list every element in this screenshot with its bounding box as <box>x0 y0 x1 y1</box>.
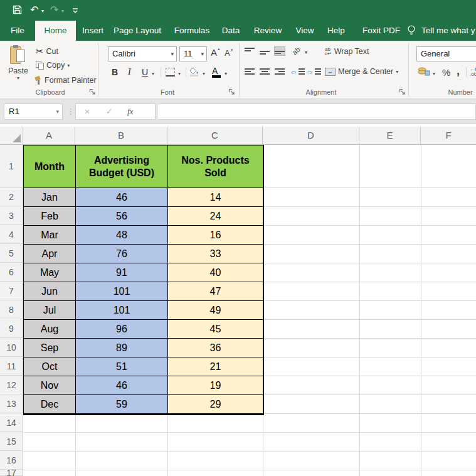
cell-C6[interactable]: 40 <box>168 263 263 282</box>
cell-B3[interactable]: 56 <box>76 207 168 226</box>
cell-C10[interactable]: 36 <box>168 339 263 357</box>
accounting-format-icon[interactable] <box>418 66 430 78</box>
cell-B2[interactable]: 46 <box>76 188 168 207</box>
cell-B9[interactable]: 96 <box>76 320 168 339</box>
cell-A11[interactable]: Oct <box>24 357 76 376</box>
cell-A3[interactable]: Feb <box>24 207 76 226</box>
cell-C4[interactable]: 16 <box>168 226 263 245</box>
tab-review[interactable]: Review <box>254 21 282 41</box>
insert-function-icon[interactable]: fx <box>127 104 133 119</box>
align-right-icon[interactable] <box>275 68 285 77</box>
cell-B13[interactable]: 59 <box>76 395 168 414</box>
row-header-9[interactable]: 9 <box>0 319 23 338</box>
row-header-17[interactable]: 17 <box>0 470 23 476</box>
cell-B8[interactable]: 101 <box>76 301 168 320</box>
accounting-format-dropdown-icon[interactable]: ▾ <box>433 71 435 77</box>
font-name-dropdown-icon[interactable]: ▾ <box>171 47 174 61</box>
column-header-C[interactable]: C <box>167 127 263 145</box>
tab-foxit-pdf[interactable]: Foxit PDF <box>362 21 400 41</box>
cell-B11[interactable]: 51 <box>76 357 168 376</box>
cell-A2[interactable]: Jan <box>24 188 76 207</box>
cell-B4[interactable]: 48 <box>76 226 168 245</box>
cancel-icon[interactable]: × <box>85 104 90 119</box>
row-header-14[interactable]: 14 <box>0 413 23 432</box>
row-header-5[interactable]: 5 <box>0 244 23 263</box>
customize-quick-access-toolbar-icon[interactable] <box>71 6 79 17</box>
select-all-button[interactable] <box>0 127 23 145</box>
orientation-icon[interactable]: ab <box>291 45 302 56</box>
alignment-dialog-launcher-icon[interactable] <box>399 88 406 95</box>
column-header-B[interactable]: B <box>75 127 167 145</box>
decrease-indent-icon[interactable]: ⇦ <box>291 68 305 77</box>
borders-icon[interactable] <box>166 68 175 77</box>
cell-B6[interactable]: 91 <box>76 263 168 282</box>
cell-A9[interactable]: Aug <box>24 320 76 339</box>
top-align-icon[interactable] <box>245 48 255 56</box>
bold-button[interactable]: B <box>112 67 118 77</box>
increase-font-size-button[interactable]: A▴ <box>211 47 222 58</box>
cell-A10[interactable]: Sep <box>24 339 76 357</box>
tab-insert[interactable]: Insert <box>82 21 103 41</box>
borders-dropdown-icon[interactable]: ▾ <box>178 71 181 77</box>
font-name-combobox[interactable]: Calibri ▾ <box>108 46 177 61</box>
font-size-dropdown-icon[interactable]: ▾ <box>201 47 204 61</box>
cell-A12[interactable]: Nov <box>24 376 76 395</box>
row-header-8[interactable]: 8 <box>0 300 23 319</box>
cell-C9[interactable]: 45 <box>168 320 263 339</box>
row-header-11[interactable]: 11 <box>0 357 23 376</box>
align-left-icon[interactable] <box>245 68 255 77</box>
enter-icon[interactable]: ✓ <box>106 104 113 119</box>
merge-center-dropdown-icon[interactable]: ▾ <box>396 69 398 75</box>
row-header-3[interactable]: 3 <box>0 206 23 225</box>
increase-decimal-icon[interactable]: ←0.00 <box>470 67 476 77</box>
name-box-dropdown-icon[interactable]: ▾ <box>56 104 59 119</box>
tab-help[interactable]: Help <box>327 21 345 41</box>
increase-indent-icon[interactable]: ⇨ <box>307 68 321 77</box>
tell-me-box[interactable]: Tell me what y <box>421 21 475 41</box>
row-header-16[interactable]: 16 <box>0 451 23 470</box>
undo-icon[interactable]: ↶ <box>30 4 38 16</box>
merge-center-button[interactable]: ↔ Merge & Center ▾ <box>325 67 398 76</box>
name-box[interactable]: R1 ▾ <box>4 103 63 120</box>
bottom-align-icon[interactable] <box>275 47 285 55</box>
cell-C7[interactable]: 47 <box>168 282 263 301</box>
percent-style-icon[interactable]: % <box>442 67 450 78</box>
middle-align-icon[interactable] <box>260 48 270 56</box>
copy-dropdown-icon[interactable]: ▾ <box>67 63 70 68</box>
cell-C3[interactable]: 24 <box>168 207 263 226</box>
tell-me-lightbulb-icon[interactable] <box>406 24 416 40</box>
cell-A8[interactable]: Jul <box>24 301 76 320</box>
row-header-4[interactable]: 4 <box>0 225 23 244</box>
number-format-combobox[interactable]: General <box>416 46 476 61</box>
cell-C12[interactable]: 19 <box>168 376 263 395</box>
cell-C13[interactable]: 29 <box>168 395 263 414</box>
redo-icon[interactable]: ↷ <box>50 4 58 16</box>
wrap-text-button[interactable]: abc↩ Wrap Text <box>325 47 369 56</box>
orientation-dropdown-icon[interactable]: ▾ <box>305 50 307 55</box>
row-header-2[interactable]: 2 <box>0 188 23 206</box>
cell-C1[interactable]: Nos. Products Sold <box>168 145 263 188</box>
redo-dropdown-icon[interactable]: ▾ <box>61 8 64 14</box>
italic-button[interactable]: I <box>128 67 131 77</box>
tab-home[interactable]: Home <box>35 21 76 41</box>
row-header-1[interactable]: 1 <box>0 145 23 188</box>
cell-B1[interactable]: Advertising Budget (USD) <box>76 145 168 188</box>
clipboard-dialog-launcher-icon[interactable] <box>89 88 96 95</box>
font-dialog-launcher-icon[interactable] <box>228 88 235 95</box>
cell-B5[interactable]: 76 <box>76 245 168 263</box>
tab-view[interactable]: View <box>295 21 314 41</box>
column-header-F[interactable]: F <box>421 127 476 145</box>
cell-B10[interactable]: 89 <box>76 339 168 357</box>
decrease-font-size-button[interactable]: A▾ <box>225 48 235 58</box>
tab-page-layout[interactable]: Page Layout <box>114 21 161 41</box>
cell-A1[interactable]: Month <box>24 145 76 188</box>
center-icon[interactable] <box>260 68 270 77</box>
font-color-dropdown-icon[interactable]: ▾ <box>225 71 227 77</box>
format-painter-button[interactable]: Format Painter <box>34 76 97 85</box>
cell-A13[interactable]: Dec <box>24 395 76 414</box>
cell-B12[interactable]: 46 <box>76 376 168 395</box>
row-header-15[interactable]: 15 <box>0 432 23 451</box>
tab-data[interactable]: Data <box>222 21 240 41</box>
paste-dropdown-icon[interactable]: ▾ <box>5 75 31 81</box>
cell-C11[interactable]: 21 <box>168 357 263 376</box>
